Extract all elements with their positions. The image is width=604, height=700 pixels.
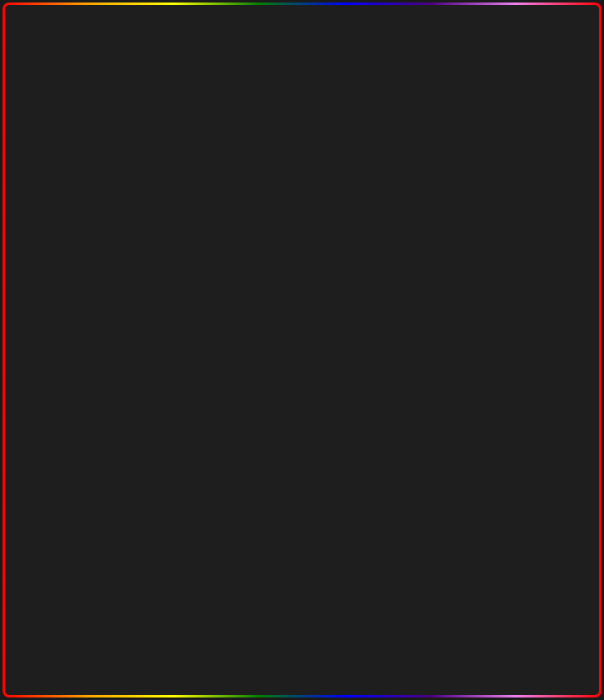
table-header: Name Image Active (220, 63, 585, 93)
toolbar: + 2 🗑 Activate Songs De-Activate Songs (220, 19, 585, 46)
row-cover-active: Yes (471, 102, 571, 115)
row-loop-checkbox-cell (233, 172, 275, 187)
sidebar-item-bot-commands-label: Bot Commands (19, 219, 105, 233)
sidebar-title: c (54, 23, 60, 36)
col-header-name: Name (275, 71, 371, 84)
sidebar-scroll[interactable]: Songs Queue Saved Queue History Bot Comm… (3, 57, 202, 697)
col-header-image: Image (371, 71, 471, 84)
sidebar-sub-rewards-label: Rewards (33, 460, 79, 473)
activate-songs-button[interactable]: Activate Songs (330, 21, 428, 44)
sidebar-sub-bot-messages[interactable]: Bot Messages (3, 350, 202, 383)
song-attributes-badge: 1 (119, 493, 137, 512)
row-loop-active: Yes (471, 173, 571, 186)
sidebar-sub-song-attributes-label: Song Attributes (33, 496, 112, 509)
app-logo: 🤖 (16, 14, 46, 44)
chevron-up-icon (177, 262, 186, 267)
sidebar-sub-song-import-export-label: Song Import/Export (33, 532, 134, 545)
add-icon: + (229, 24, 238, 42)
sidebar-item-queue-label: Queue (19, 106, 57, 120)
sidebar-sub-integrations-label: Integrations (33, 393, 94, 406)
row-original-checkbox[interactable] (233, 134, 248, 149)
sidebar-sub-rewards[interactable]: Rewards (3, 450, 202, 483)
table-row: Cover Yes (220, 93, 585, 125)
deactivate-songs-label: De-Activate Songs (448, 26, 545, 39)
row-original-checkbox-cell (233, 134, 275, 149)
table-row: Original Yes (220, 125, 585, 158)
sidebar-sub-bot-commands[interactable]: Bot Commands (3, 316, 202, 350)
row-cover-checkbox-cell (233, 101, 275, 116)
sidebar-sub-queue-label: Queue (33, 427, 68, 440)
sidebar-item-saved-queue-label: Saved Queue (19, 144, 96, 158)
sidebar-item-queue[interactable]: Queue (3, 95, 202, 132)
count-label: 2 (267, 26, 274, 39)
col-header-checkbox (233, 71, 275, 84)
delete-button[interactable]: 🗑 (294, 19, 320, 46)
delete-icon: 🗑 (300, 25, 314, 40)
sidebar: 🤖 c Songs Queue Saved Queue History (3, 3, 203, 697)
row-loop-name: Loop (275, 173, 371, 186)
app-window: 🤖 c Songs Queue Saved Queue History (0, 0, 604, 700)
sidebar-item-songs[interactable]: Songs (3, 57, 202, 95)
sidebar-item-songs-label: Songs (19, 69, 55, 83)
sidebar-sub-basic-label: Basic (33, 293, 61, 306)
row-cover-checkbox[interactable] (233, 101, 248, 116)
sidebar-sub-song-attributes[interactable]: Song Attributes 1 (3, 483, 202, 522)
sidebar-sub-basic[interactable]: Basic (3, 283, 202, 316)
sidebar-settings-label: Settings (19, 257, 64, 271)
sidebar-header: 🤖 c (3, 3, 202, 57)
row-original-name: Original (275, 135, 371, 148)
song-attributes-table: Name Image Active Cover Yes (220, 63, 585, 202)
row-cover-name: Cover (275, 102, 371, 115)
sidebar-sub-song-import-export[interactable]: Song Import/Export (3, 522, 202, 555)
col-header-active: Active (471, 71, 571, 84)
sidebar-item-history[interactable]: History (3, 170, 202, 207)
sidebar-settings-section[interactable]: Settings (3, 245, 202, 283)
sidebar-sub-bot-messages-label: Bot Messages (33, 360, 107, 373)
row-loop-checkbox[interactable] (233, 172, 248, 187)
activate-songs-label: Activate Songs (340, 26, 418, 39)
sidebar-sub-bot-commands-label: Bot Commands (33, 326, 113, 340)
row-loop-image (371, 166, 471, 193)
add-button[interactable]: + (220, 19, 247, 46)
row-original-active: Yes (471, 135, 571, 148)
sidebar-item-bot-commands[interactable]: Bot Commands (3, 207, 202, 245)
count-badge[interactable]: 2 (257, 19, 284, 46)
table-row: Loop Yes (220, 158, 585, 202)
sidebar-item-history-label: History (19, 181, 59, 196)
loop-image-icon (407, 166, 434, 193)
sidebar-sub-integrations[interactable]: Integrations (3, 383, 202, 416)
deactivate-songs-button[interactable]: De-Activate Songs (438, 21, 555, 44)
main-content: + 2 🗑 Activate Songs De-Activate Songs (203, 3, 601, 697)
sidebar-item-saved-queue[interactable]: Saved Queue (3, 132, 202, 170)
logo-icon: 🤖 (21, 19, 42, 39)
sidebar-sub-queue[interactable]: Queue (3, 416, 202, 450)
